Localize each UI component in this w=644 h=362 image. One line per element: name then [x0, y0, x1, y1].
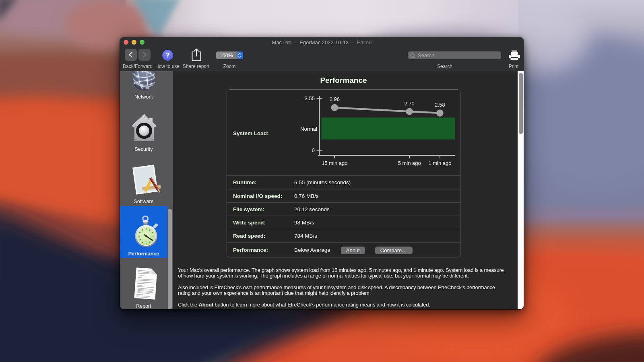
svg-text:2.70: 2.70 [405, 101, 415, 107]
svg-text:2.58: 2.58 [435, 102, 445, 108]
svg-text:2.96: 2.96 [330, 96, 340, 102]
svg-text:Normal: Normal [300, 126, 317, 132]
svg-text:System Load:: System Load: [233, 130, 269, 136]
svg-text:3.55: 3.55 [305, 95, 315, 101]
svg-text:1 min ago: 1 min ago [428, 160, 451, 166]
svg-text:5 min ago: 5 min ago [398, 160, 421, 166]
svg-text:0: 0 [312, 147, 315, 153]
svg-text:15 min ago: 15 min ago [322, 160, 347, 166]
